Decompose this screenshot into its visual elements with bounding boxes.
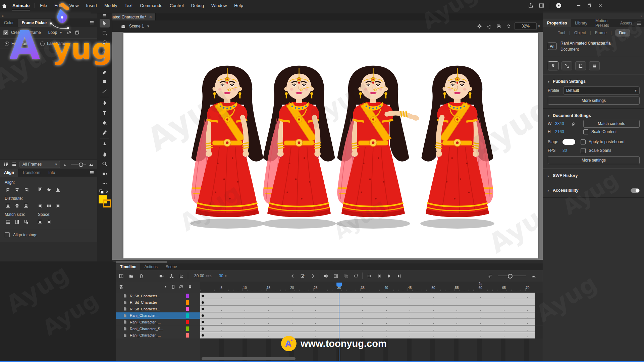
camera-icon[interactable]: [156, 272, 166, 280]
menu-window[interactable]: Window: [208, 0, 230, 11]
hide-all-icon[interactable]: [178, 284, 183, 289]
magnet-button[interactable]: [548, 61, 558, 70]
timeline-zoom-slider[interactable]: [498, 276, 526, 276]
prev-keyframe-icon[interactable]: [287, 272, 298, 280]
layer-color-swatch[interactable]: [186, 307, 189, 311]
character-artwork-4[interactable]: [399, 60, 516, 235]
tools-menu-icon[interactable]: [97, 13, 112, 18]
timeline-h-scrollbar[interactable]: [202, 357, 296, 360]
center-frame-icon[interactable]: [477, 24, 482, 29]
pasteboard[interactable]: AyugAyugAyugAyugAyugAyug: [112, 32, 543, 260]
swf-chevron-icon[interactable]: ▸: [548, 174, 549, 178]
tab-assets[interactable]: Assets: [616, 19, 636, 27]
brush-tool[interactable]: [97, 57, 112, 67]
layer-row[interactable]: Rani_Character_S...: [116, 325, 200, 332]
align-to-stage-checkbox[interactable]: [5, 232, 10, 237]
graph-icon[interactable]: [176, 272, 186, 280]
create-keyframe-checkbox[interactable]: [3, 30, 8, 35]
stroke-color-swatch[interactable]: [103, 199, 111, 207]
swap-colors-icon[interactable]: [99, 189, 109, 194]
insert-keyframe-icon[interactable]: A: [298, 272, 308, 280]
stage-canvas[interactable]: AyugAyugAyugAyugAyugAyug: [123, 33, 538, 258]
layer-name[interactable]: Rani_Character_...: [130, 333, 161, 337]
tab-color[interactable]: Color: [0, 19, 18, 27]
publish-settings-header[interactable]: Publish Settings: [553, 79, 586, 84]
doc-more-settings-button[interactable]: More settings: [548, 156, 640, 164]
loop-select[interactable]: Loop: [48, 30, 57, 35]
onion-skin-icon[interactable]: [321, 272, 331, 280]
collapse-left-icon[interactable]: «: [0, 13, 97, 18]
fps-value[interactable]: 30: [562, 148, 575, 153]
publish-chevron-icon[interactable]: ▾: [548, 80, 549, 83]
text-tool[interactable]: [97, 108, 112, 118]
align-right-button[interactable]: [23, 187, 30, 193]
thumb-size-slider[interactable]: [71, 164, 86, 165]
unlink-wh-icon[interactable]: [571, 121, 576, 126]
frames-filter-select[interactable]: All Frames ▾: [19, 161, 60, 168]
scale-content-checkbox[interactable]: [583, 129, 588, 134]
loop-chevron-icon[interactable]: ▾: [60, 30, 62, 35]
lock-all-icon[interactable]: [187, 284, 193, 289]
tab-info[interactable]: Info: [44, 169, 59, 177]
properties-menu-icon[interactable]: [636, 20, 642, 26]
distribute-middle-button[interactable]: [14, 203, 20, 209]
layer-row[interactable]: R_Sit_Character: [116, 299, 200, 306]
align-left-button[interactable]: [5, 187, 11, 193]
layer-frames[interactable]: [200, 306, 543, 312]
match-width-button[interactable]: [5, 219, 11, 225]
new-layer-icon[interactable]: [116, 272, 126, 280]
distribute-top-button[interactable]: [5, 203, 11, 209]
subtab-frame[interactable]: Frame: [594, 29, 607, 37]
layer-name[interactable]: R_Sit_Character...: [130, 294, 160, 298]
stage-color-swatch[interactable]: [562, 139, 575, 145]
align-top-button[interactable]: [37, 187, 43, 193]
list-view-icon[interactable]: [11, 162, 17, 167]
subtab-object[interactable]: Object: [574, 29, 587, 37]
first-frame-radio[interactable]: [5, 42, 9, 46]
lock-button[interactable]: [589, 61, 600, 70]
layer-row[interactable]: R_Sit_Character...: [116, 306, 200, 312]
layer-frames[interactable]: [200, 325, 543, 332]
play-icon[interactable]: [384, 272, 394, 280]
collapse-right-icon[interactable]: »: [543, 13, 644, 19]
align-center-h-button[interactable]: [14, 187, 20, 193]
match-height-button[interactable]: [14, 219, 20, 225]
menu-animate[interactable]: Animate: [9, 0, 33, 11]
stage-zoom-select[interactable]: 32%: [515, 22, 537, 30]
outline-column-icon[interactable]: [171, 284, 176, 289]
tab-library[interactable]: Library: [571, 19, 591, 27]
delete-icon[interactable]: [136, 272, 146, 280]
menu-debug[interactable]: Debug: [187, 0, 208, 11]
clip-outside-icon[interactable]: [496, 24, 501, 29]
layer-row[interactable]: R_Sit_Character...: [116, 293, 200, 299]
swf-history-header[interactable]: SWF History: [553, 173, 578, 178]
layer-color-swatch[interactable]: [186, 300, 189, 305]
layer-row[interactable]: Rani_Character...: [116, 312, 200, 319]
home-icon[interactable]: [0, 1, 9, 10]
loop-icon[interactable]: [364, 272, 374, 280]
new-folder-icon[interactable]: [126, 272, 136, 280]
tab-align[interactable]: Align: [0, 169, 18, 177]
selection-tool[interactable]: [97, 18, 112, 28]
layer-name[interactable]: R_Sit_Character: [130, 300, 157, 304]
rectangle-tool[interactable]: [97, 76, 112, 86]
onion-outlines-icon[interactable]: [331, 272, 341, 280]
paint-bucket-tool[interactable]: [97, 118, 112, 127]
layer-color-swatch[interactable]: [186, 313, 189, 318]
pen-tool[interactable]: [97, 98, 112, 108]
layer-color-swatch[interactable]: [186, 294, 189, 298]
width-value[interactable]: 3840: [555, 121, 568, 126]
menu-insert[interactable]: Insert: [83, 0, 101, 11]
layer-name[interactable]: Rani_Character...: [130, 313, 159, 317]
tab-transform[interactable]: Transform: [18, 169, 44, 177]
tab-motion-presets[interactable]: Motion Presets: [591, 19, 616, 27]
menu-view[interactable]: View: [66, 0, 83, 11]
play-icon[interactable]: [554, 1, 563, 10]
last-frame-radio[interactable]: [40, 42, 45, 46]
layer-frames[interactable]: [200, 319, 543, 325]
scale-spans-checkbox[interactable]: [581, 148, 586, 153]
height-value[interactable]: 2160: [555, 129, 568, 134]
timeline-tab-scene[interactable]: Scene: [162, 263, 181, 270]
eyedropper-tool[interactable]: [97, 127, 112, 137]
subselection-tool[interactable]: [97, 28, 112, 38]
